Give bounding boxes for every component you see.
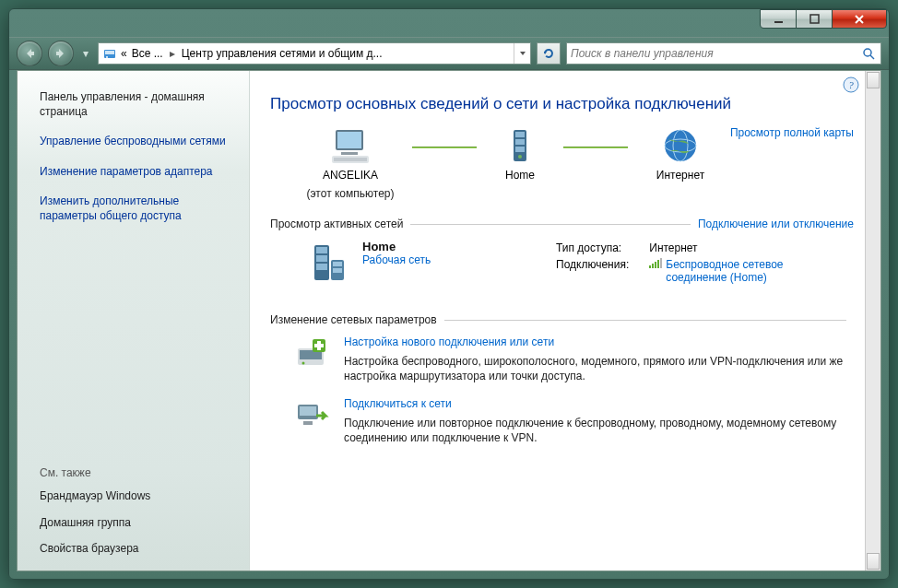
svg-point-19	[665, 130, 696, 161]
svg-rect-27	[333, 262, 342, 266]
back-button[interactable]	[17, 41, 42, 66]
breadcrumb-chevron-double: «	[121, 47, 127, 60]
svg-rect-25	[316, 264, 327, 270]
search-input[interactable]: Поиск в панели управления	[566, 42, 881, 65]
search-icon	[860, 47, 877, 60]
svg-rect-0	[774, 21, 783, 23]
maximize-button[interactable]	[796, 9, 833, 29]
svg-rect-13	[334, 158, 367, 161]
refresh-button[interactable]	[537, 42, 561, 65]
map-line-2	[563, 147, 628, 148]
access-type-label: Тип доступа:	[556, 240, 649, 256]
svg-rect-23	[316, 247, 327, 253]
svg-point-18	[518, 155, 522, 159]
sidebar-homegroup[interactable]: Домашняя группа	[40, 515, 232, 530]
svg-rect-11	[341, 152, 358, 155]
breadcrumb-seg1[interactable]: Все ...	[128, 47, 167, 60]
sidebar-browser[interactable]: Свойства браузера	[40, 541, 232, 556]
connection-link[interactable]: Беспроводное сетевое соединение (Home)	[666, 258, 795, 284]
svg-text:?: ?	[848, 79, 854, 90]
close-button[interactable]	[832, 9, 887, 29]
task-connect-title[interactable]: Подключиться к сети	[344, 397, 854, 410]
connect-network-icon	[294, 397, 329, 432]
map-node-home: Home	[479, 126, 561, 201]
forward-button[interactable]	[48, 41, 74, 66]
map-node-internet: Интернет	[630, 126, 731, 201]
sidebar-firewall[interactable]: Брандмауэр Windows	[40, 488, 232, 503]
svg-line-6	[870, 55, 874, 59]
address-dropdown[interactable]	[514, 43, 530, 64]
minimize-button[interactable]	[760, 9, 797, 29]
address-bar[interactable]: « Все ... ▸ Центр управления сетями и об…	[98, 42, 531, 65]
svg-rect-17	[515, 147, 525, 152]
map-node-pc: ANGELIKA (этот компьютер)	[290, 126, 410, 201]
svg-rect-10	[337, 132, 361, 148]
svg-point-5	[864, 49, 871, 56]
breadcrumb-sep: ▸	[168, 47, 177, 60]
connections-label: Подключения:	[556, 256, 649, 286]
active-networks-header: Просмотр активных сетей	[270, 218, 403, 230]
connect-disconnect-link[interactable]: Подключение или отключение	[698, 218, 854, 230]
svg-rect-37	[303, 421, 313, 425]
access-type-value: Интернет	[649, 240, 815, 256]
new-connection-icon	[294, 335, 329, 370]
sidebar-see-also-header: См. также	[40, 466, 232, 479]
svg-rect-16	[515, 139, 525, 145]
task-new-connection-desc: Настройка беспроводного, широкополосного…	[344, 354, 854, 383]
change-settings-header: Изменение сетевых параметров	[270, 313, 437, 326]
svg-point-4	[106, 56, 108, 58]
sidebar-link-adapter[interactable]: Изменение параметров адаптера	[40, 164, 232, 179]
divider	[444, 320, 846, 321]
location-icon	[99, 46, 121, 61]
map-internet-label: Интернет	[656, 169, 704, 183]
task-connect-desc: Подключение или повторное подключение к …	[344, 416, 854, 445]
map-home-label: Home	[505, 169, 535, 183]
network-type-link[interactable]: Рабочая сеть	[362, 253, 431, 266]
network-icon	[307, 240, 349, 286]
svg-rect-34	[314, 344, 324, 347]
sidebar-link-wireless[interactable]: Управление беспроводными сетями	[40, 134, 232, 148]
breadcrumb-seg2[interactable]: Центр управления сетями и общим д...	[178, 47, 386, 60]
svg-rect-28	[333, 268, 342, 273]
signal-icon	[649, 258, 662, 268]
sidebar-home[interactable]: Панель управления - домашняя страница	[40, 89, 232, 119]
svg-rect-3	[105, 51, 114, 54]
svg-point-31	[302, 362, 305, 365]
search-placeholder: Поиск в панели управления	[571, 47, 860, 60]
map-line-1	[412, 147, 477, 148]
network-name: Home	[362, 240, 431, 253]
page-title: Просмотр основных сведений о сети и наст…	[270, 95, 854, 113]
svg-rect-1	[810, 15, 819, 23]
svg-rect-24	[316, 255, 327, 262]
nav-history-dropdown[interactable]: ▾	[79, 47, 92, 60]
divider	[410, 224, 691, 225]
sidebar-link-sharing[interactable]: Изменить дополнительные параметры общего…	[40, 194, 232, 223]
map-pc-sub: (этот компьютер)	[307, 187, 395, 202]
task-new-connection-title[interactable]: Настройка нового подключения или сети	[344, 335, 854, 348]
svg-rect-15	[515, 132, 525, 137]
scrollbar[interactable]	[865, 71, 880, 570]
help-icon[interactable]: ?	[843, 76, 859, 93]
map-pc-name: ANGELIKA	[323, 169, 378, 183]
svg-rect-36	[300, 406, 316, 416]
